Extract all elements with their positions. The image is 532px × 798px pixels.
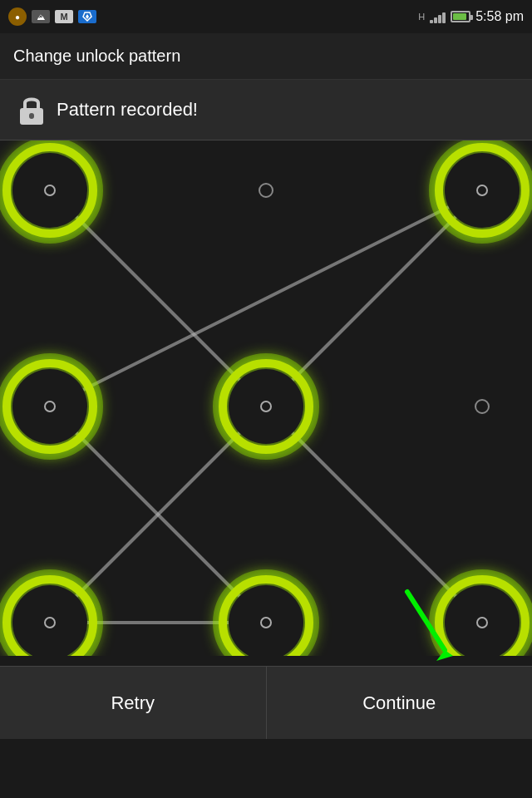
- pattern-canvas: [0, 140, 532, 656]
- gmail-icon: M: [55, 10, 73, 23]
- photo-icon: ⛰: [32, 10, 50, 23]
- status-left-icons: ● ⛰ M: [8, 7, 96, 26]
- retry-button[interactable]: Retry: [0, 667, 267, 739]
- pattern-recorded-text: Pattern recorded!: [57, 99, 198, 121]
- time-display: 5:58 pm: [475, 9, 524, 24]
- s-icon: [78, 10, 96, 23]
- status-right-icons: H 5:58 pm: [418, 9, 524, 24]
- signal-bars: [430, 10, 446, 23]
- svg-rect-1: [29, 113, 34, 119]
- pattern-recorded-banner: Pattern recorded!: [0, 80, 532, 140]
- lock-icon: [17, 93, 47, 126]
- orange-circle-icon: ●: [8, 7, 27, 26]
- battery-icon: [451, 11, 470, 22]
- bottom-button-bar: Retry Continue: [0, 666, 532, 739]
- title-bar: Change unlock pattern: [0, 33, 532, 80]
- continue-button[interactable]: Continue: [267, 667, 533, 739]
- signal-h-label: H: [418, 12, 425, 22]
- pattern-area: Retry Continue: [0, 140, 532, 739]
- status-bar: ● ⛰ M H 5:58 pm: [0, 0, 532, 33]
- page-title: Change unlock pattern: [13, 47, 180, 66]
